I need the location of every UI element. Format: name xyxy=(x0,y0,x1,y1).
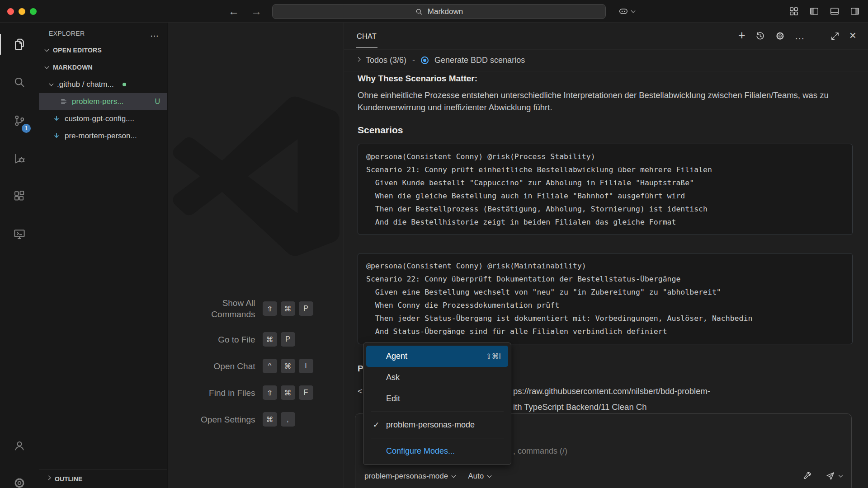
activity-bar: 1 xyxy=(0,23,39,488)
close-window-button[interactable] xyxy=(7,8,14,15)
sidebar-title: EXPLORER xyxy=(49,30,85,37)
model-picker[interactable]: Auto xyxy=(468,472,491,481)
copilot-icon xyxy=(618,6,628,16)
menu-item-ask[interactable]: Ask xyxy=(366,367,508,388)
activity-remote-explorer-button[interactable] xyxy=(0,225,39,243)
tree-item-problem-personas[interactable]: problem-pers... U xyxy=(39,93,167,110)
menu-item-label: Edit xyxy=(386,394,400,404)
section-open-editors[interactable]: OPEN EDITORS xyxy=(39,42,167,59)
tree-item-pre-mortem[interactable]: pre-mortem-person... xyxy=(39,127,167,145)
keycap: ⌘ xyxy=(281,301,295,316)
chat-settings-button[interactable] xyxy=(775,31,785,41)
menu-item-edit[interactable]: Edit xyxy=(366,388,508,409)
menu-item-agent[interactable]: Agent ⇧⌘I xyxy=(366,346,508,367)
keycap: ⌘ xyxy=(281,385,295,400)
window-controls xyxy=(7,8,37,15)
menu-item-shortcut: ⇧⌘I xyxy=(486,352,501,361)
tree-item-github-chatmodes[interactable]: .github / chatm... xyxy=(39,76,167,93)
minimize-window-button[interactable] xyxy=(19,8,25,15)
run-debug-icon xyxy=(13,152,26,165)
git-untracked-badge: U xyxy=(155,98,160,106)
toggle-primary-sidebar-button[interactable] xyxy=(809,6,819,16)
files-icon xyxy=(13,38,26,51)
menu-item-label: problem-personas-mode xyxy=(386,420,475,430)
chat-url-link-continued: ith TypeScript Backend/11 Clean Ch xyxy=(513,401,647,413)
chat-history-button[interactable] xyxy=(755,31,765,41)
customize-layout-button[interactable] xyxy=(789,6,799,16)
keycap: ^ xyxy=(263,359,277,373)
chevron-down-icon xyxy=(487,474,492,478)
section-label: OUTLINE xyxy=(55,475,82,483)
more-actions-icon[interactable]: … xyxy=(150,32,159,35)
new-chat-button[interactable]: + xyxy=(738,31,745,40)
chat-input-placeholder: , commands (/) xyxy=(513,446,567,456)
vscode-logo-watermark xyxy=(172,93,340,260)
toggle-panel-button[interactable] xyxy=(830,6,840,16)
code-block-scenario-21: @persona(Consistent Conny) @risk(Process… xyxy=(358,144,853,235)
toggle-secondary-sidebar-button[interactable] xyxy=(850,6,860,16)
section-outline[interactable]: OUTLINE xyxy=(39,469,167,488)
explorer-sidebar: EXPLORER … OPEN EDITORS MARKDOWN .github… xyxy=(39,23,168,488)
mode-picker[interactable]: problem-personas-mode xyxy=(364,472,455,481)
titlebar: ← → Markdown xyxy=(0,0,868,23)
extensions-icon xyxy=(13,189,26,203)
tab-chat[interactable]: CHAT xyxy=(356,23,377,49)
menu-item-configure-modes[interactable]: Configure Modes... xyxy=(366,441,508,462)
chevron-right-icon xyxy=(356,57,361,62)
chevron-down-icon xyxy=(45,47,49,52)
activity-extensions-button[interactable] xyxy=(0,188,39,205)
shortcut-label: Open Chat xyxy=(183,361,255,372)
modified-indicator-dot xyxy=(123,83,126,86)
file-label: custom-gpt-config.... xyxy=(65,114,134,123)
maximize-panel-button[interactable] xyxy=(830,31,840,41)
copilot-menu[interactable] xyxy=(618,0,635,23)
back-button[interactable]: ← xyxy=(228,5,239,18)
accounts-button[interactable] xyxy=(0,437,39,454)
account-icon xyxy=(13,439,26,452)
shortcut-label: Go to File xyxy=(183,334,255,345)
chevron-down-icon xyxy=(452,474,456,478)
manage-settings-button[interactable] xyxy=(0,474,39,488)
menu-item-label: Ask xyxy=(386,373,400,382)
todos-expander[interactable]: Todos (3/6) - Generate BDD scenarios xyxy=(344,50,868,71)
chevron-down-icon xyxy=(631,8,636,13)
chevron-down-icon xyxy=(45,64,49,69)
send-icon[interactable] xyxy=(825,471,835,481)
file-label: problem-pers... xyxy=(72,97,123,106)
markdown-file-icon xyxy=(52,132,61,140)
activity-explorer-button[interactable] xyxy=(0,36,39,53)
chat-url-link[interactable]: ps://raw.githubusercontent.com/nilsbert/… xyxy=(513,385,710,398)
forward-button[interactable]: → xyxy=(251,5,262,18)
search-icon xyxy=(415,8,423,16)
section-label: OPEN EDITORS xyxy=(53,47,102,54)
keycap: F xyxy=(299,385,313,400)
keycap: I xyxy=(299,359,313,373)
chevron-down-icon xyxy=(49,81,54,86)
keycap: ⇧ xyxy=(263,385,277,400)
keycap: ⌘ xyxy=(263,332,277,347)
markdown-file-icon xyxy=(52,115,61,123)
send-options-chevron[interactable] xyxy=(839,473,843,478)
zoom-window-button[interactable] xyxy=(30,8,37,15)
command-center-search[interactable]: Markdown xyxy=(272,4,606,19)
send-button-group[interactable] xyxy=(825,471,842,481)
activity-run-debug-button[interactable] xyxy=(0,150,39,167)
menu-separator xyxy=(371,438,504,438)
activity-search-button[interactable] xyxy=(0,74,39,91)
section-markdown[interactable]: MARKDOWN xyxy=(39,59,167,76)
section-label: MARKDOWN xyxy=(53,64,93,71)
file-label: pre-mortem-person... xyxy=(65,131,137,141)
link-prefix: < xyxy=(358,385,363,398)
mode-picker-value: problem-personas-mode xyxy=(364,472,448,481)
tab-label: CHAT xyxy=(356,24,377,48)
source-control-badge: 1 xyxy=(22,124,31,133)
tree-item-custom-gpt-config[interactable]: custom-gpt-config.... xyxy=(39,110,167,127)
tools-button[interactable] xyxy=(802,471,812,481)
menu-item-problem-personas-mode[interactable]: ✓ problem-personas-mode xyxy=(366,414,508,436)
chat-more-button[interactable]: … xyxy=(795,34,805,38)
close-panel-button[interactable]: × xyxy=(849,31,856,40)
todos-label: Todos (3/6) xyxy=(366,56,406,65)
activity-source-control-button[interactable]: 1 xyxy=(0,112,39,129)
search-icon xyxy=(13,75,26,89)
code-block-scenario-22: @persona(Consistent Conny) @risk(Maintai… xyxy=(358,253,853,344)
